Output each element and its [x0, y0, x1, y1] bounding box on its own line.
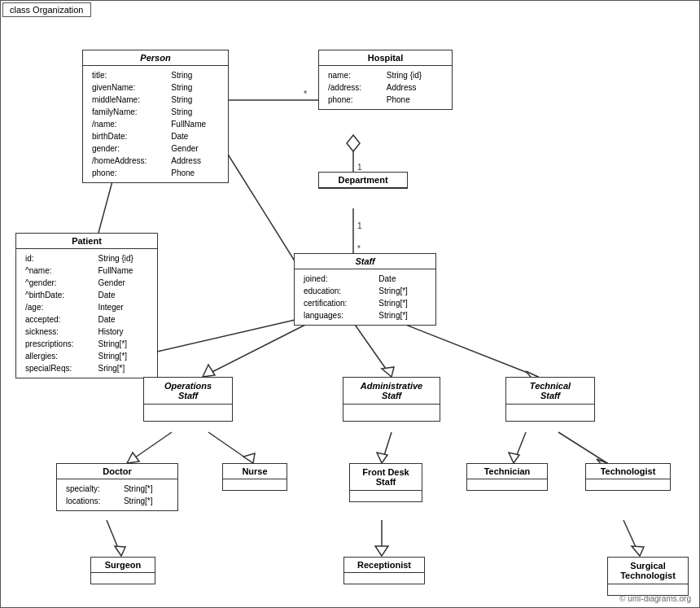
- svg-line-23: [208, 432, 253, 463]
- technician-class: Technician: [466, 463, 548, 491]
- svg-marker-36: [632, 546, 644, 556]
- surgical-technologist-class: SurgicalTechnologist: [607, 557, 689, 596]
- svg-line-17: [353, 322, 392, 377]
- svg-line-35: [623, 520, 640, 556]
- operations-staff-class: OperationsStaff: [143, 377, 233, 422]
- hospital-class: Hospital name:String {id} /address:Addre…: [318, 50, 453, 110]
- patient-class: Patient id:String {id} ^name:FullName ^g…: [15, 233, 158, 378]
- svg-marker-4: [347, 135, 360, 151]
- surgeon-class: Surgeon: [90, 557, 155, 584]
- svg-line-31: [107, 520, 121, 556]
- department-class: Department: [318, 172, 408, 189]
- svg-marker-16: [203, 365, 215, 377]
- technologist-class: Technologist: [585, 463, 671, 491]
- nurse-class: Nurse: [222, 463, 287, 491]
- svg-text:1: 1: [357, 221, 362, 230]
- svg-text:*: *: [304, 89, 308, 98]
- administrative-staff-class: AdministrativeStaff: [343, 377, 440, 422]
- svg-line-25: [382, 432, 392, 463]
- doctor-class: Doctor specialty:String[*] locations:Str…: [56, 463, 178, 511]
- svg-line-15: [203, 322, 310, 377]
- svg-line-27: [514, 432, 526, 463]
- svg-text:1: 1: [357, 163, 362, 172]
- svg-text:*: *: [357, 244, 361, 253]
- svg-marker-26: [377, 453, 387, 463]
- svg-marker-24: [243, 453, 255, 463]
- svg-marker-18: [382, 367, 394, 377]
- diagram-title: class Organization: [2, 2, 91, 17]
- person-class: Person title:String givenName:String mid…: [82, 50, 229, 183]
- front-desk-staff-class: Front DeskStaff: [349, 463, 422, 502]
- svg-line-19: [400, 322, 538, 377]
- diagram-container: class Organization * * 1 * 1 * *: [0, 0, 700, 608]
- staff-class: Staff joined:Date education:String[*] ce…: [294, 253, 436, 326]
- svg-marker-28: [509, 453, 519, 463]
- svg-line-29: [558, 432, 607, 463]
- svg-line-21: [127, 432, 172, 463]
- receptionist-class: Receptionist: [343, 557, 425, 584]
- svg-marker-34: [375, 546, 388, 556]
- svg-marker-32: [115, 546, 125, 556]
- technical-staff-class: TechnicalStaff: [505, 377, 595, 422]
- svg-marker-22: [127, 453, 139, 463]
- copyright-text: © uml-diagrams.org: [619, 594, 691, 603]
